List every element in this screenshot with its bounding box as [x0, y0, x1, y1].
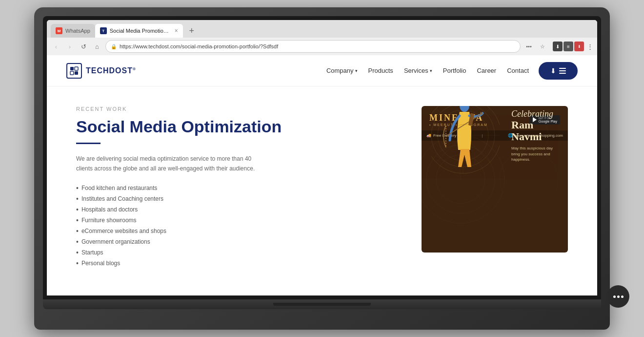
new-tab-button[interactable]: + — [185, 24, 199, 38]
nav-products[interactable]: Products — [368, 67, 393, 74]
gmail-favicon: M — [56, 27, 62, 34]
career-label: Career — [477, 67, 496, 74]
list-item-text: Furniture showrooms — [81, 217, 137, 224]
nav-cta: ⬇ — [539, 62, 578, 80]
list-item: Government organizations — [76, 236, 402, 247]
minerwa-card: MINERWA • MEERUT • GURUGRAM GET I — [422, 106, 568, 253]
menu-line-3 — [559, 73, 566, 74]
ram-navmi-text: RamNavmi — [511, 119, 560, 143]
services-chevron-icon: ▾ — [430, 68, 432, 73]
celebration-text: Celebrating RamNavmi May this auspicious… — [511, 109, 560, 162]
home-button[interactable]: ⌂ — [92, 41, 102, 52]
tab-gmail-label: WhatsApp — [65, 28, 90, 34]
chevron-down-icon: ▾ — [355, 68, 358, 73]
recent-work-label: RECENT WORK — [76, 106, 402, 112]
logo-text: TECHDOST® — [86, 66, 136, 75]
nav-services[interactable]: Services ▾ — [404, 67, 432, 74]
company-label: Company — [326, 67, 354, 74]
nav-company[interactable]: Company ▾ — [326, 67, 358, 74]
page-description: We are delivering social media optimizat… — [76, 154, 262, 174]
blessing-text: May this auspicious day bring you succes… — [511, 146, 560, 163]
browser-menu-button[interactable]: ⋮ — [587, 43, 593, 50]
list-item: Hospitals and doctors — [76, 204, 402, 215]
list-item-text: Institutes and Coaching centers — [81, 195, 163, 202]
list-item-text: eCommerce websites and shops — [81, 228, 166, 234]
list-item: Startups — [76, 247, 402, 258]
lock-icon: 🔒 — [111, 44, 117, 49]
list-item: Furniture showrooms — [76, 215, 402, 226]
list-item-text: Startups — [81, 249, 103, 256]
site-navbar: TECHDOST® Company ▾ Products Services — [47, 55, 597, 86]
laptop-base — [43, 299, 601, 309]
logo-icon — [66, 63, 82, 79]
techdost-favicon: T — [100, 27, 107, 34]
list-item: Food kitchen and restaurants — [76, 183, 402, 193]
title-underline — [76, 143, 101, 144]
more-options-icon: ••• — [526, 43, 532, 49]
menu-line-1 — [559, 68, 566, 69]
laptop-hinge — [273, 303, 371, 306]
nav-contact[interactable]: Contact — [507, 67, 529, 74]
list-item-text: Hospitals and doctors — [81, 206, 138, 213]
list-item: Institutes and Coaching centers — [76, 193, 402, 204]
site-logo: TECHDOST® — [66, 63, 136, 79]
svg-rect-0 — [70, 67, 74, 70]
second-section: BANNERS AND FLYERS Social Media Banners — [47, 288, 597, 295]
reload-button[interactable]: ↺ — [78, 41, 89, 52]
ext-icon-2[interactable]: ≡ — [564, 42, 573, 51]
tab-close-button[interactable]: × — [175, 28, 178, 34]
forward-button[interactable]: › — [64, 41, 75, 52]
back-button[interactable]: ‹ — [51, 41, 61, 52]
left-column: RECENT WORK Social Media Optimization We… — [76, 106, 402, 269]
two-column-layout: RECENT WORK Social Media Optimization We… — [76, 106, 568, 269]
ext-icon-1[interactable]: ⬇ — [553, 42, 563, 51]
list-item: eCommerce websites and shops — [76, 226, 402, 236]
download-icon: ⬇ — [550, 67, 556, 75]
address-bar-row: ‹ › ↺ ⌂ 🔒 https://www.techdost.com/socia… — [47, 38, 597, 55]
list-item-text: Personal blogs — [81, 260, 120, 267]
star-icon: ☆ — [540, 43, 545, 50]
extension-icons: ⬇ ≡ ⬇ — [553, 42, 584, 51]
logo-registered: ® — [133, 66, 136, 71]
nav-links: Company ▾ Products Services ▾ Portfolio — [326, 67, 529, 74]
bookmark-button[interactable]: ☆ — [537, 41, 548, 52]
portfolio-label: Portfolio — [443, 67, 466, 74]
celebrating-label: Celebrating — [511, 109, 560, 119]
page-content: TECHDOST® Company ▾ Products Services — [47, 55, 597, 295]
browser-chrome: M WhatsApp T Social Media Promotion Port… — [47, 20, 597, 55]
browser-window: M WhatsApp T Social Media Promotion Port… — [47, 20, 597, 295]
tab-bar: M WhatsApp T Social Media Promotion Port… — [47, 20, 597, 38]
list-item-text: Food kitchen and restaurants — [81, 185, 157, 191]
main-content: RECENT WORK Social Media Optimization We… — [47, 86, 597, 288]
cta-button[interactable]: ⬇ — [539, 62, 578, 80]
url-text: https://www.techdost.com/social-media-pr… — [120, 43, 278, 49]
tab-techdost[interactable]: T Social Media Promotion Portfo... × — [95, 24, 183, 38]
list-item-text: Government organizations — [81, 238, 150, 245]
more-options-button[interactable]: ••• — [523, 41, 534, 52]
tab-techdost-label: Social Media Promotion Portfo... — [110, 28, 172, 34]
address-bar[interactable]: 🔒 https://www.techdost.com/social-media-… — [105, 40, 521, 53]
ext-icon-3[interactable]: ⬇ — [574, 42, 584, 51]
right-column: MINERWA • MEERUT • GURUGRAM GET I — [422, 106, 568, 253]
svg-rect-1 — [75, 67, 78, 70]
nav-portfolio[interactable]: Portfolio — [443, 67, 466, 74]
list-item: Personal blogs — [76, 258, 402, 269]
menu-line-2 — [559, 70, 566, 71]
laptop-shell: M WhatsApp T Social Media Promotion Port… — [34, 7, 610, 330]
svg-rect-2 — [70, 71, 74, 75]
tab-gmail[interactable]: M WhatsApp — [51, 24, 95, 38]
service-list: Food kitchen and restaurants Institutes … — [76, 183, 402, 269]
svg-point-21 — [460, 106, 469, 112]
services-label: Services — [404, 67, 428, 74]
archer-illustration — [431, 106, 500, 169]
products-label: Products — [368, 67, 393, 74]
svg-rect-3 — [75, 71, 78, 75]
archer-svg — [431, 106, 500, 179]
screen-bezel: M WhatsApp T Social Media Promotion Port… — [43, 16, 601, 299]
contact-label: Contact — [507, 67, 529, 74]
page-title: Social Media Optimization — [76, 117, 402, 137]
logo-name: TECHDOST — [86, 66, 133, 75]
nav-career[interactable]: Career — [477, 67, 496, 74]
menu-lines-icon — [559, 68, 566, 74]
